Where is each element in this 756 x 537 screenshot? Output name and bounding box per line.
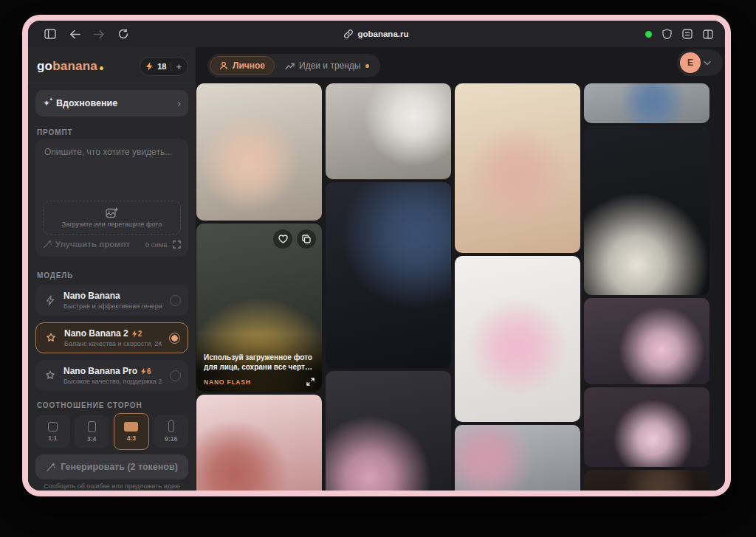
photo-couch-flowers[interactable] (196, 83, 322, 221)
photo-dark-bedroom[interactable] (584, 470, 709, 491)
link-icon (344, 30, 353, 38)
prompt-footer: Улучшить промпт 0 симв. (43, 238, 181, 251)
bolt-icon (132, 330, 137, 337)
improve-prompt-button[interactable]: Улучшить промпт (43, 240, 130, 249)
model-option-nano-banana-2[interactable]: Nano Banana 2 2 Баланс качества и скорос… (35, 322, 188, 353)
generate-label: Генерировать (2 токенов) (61, 462, 178, 472)
inspiration-button[interactable]: ✦✦ Вдохновение › (35, 90, 188, 117)
logo-part-2: banana (52, 59, 97, 74)
browser-toolbar: gobanana.ru (28, 21, 725, 47)
model-section-label: МОДЕЛЬ (37, 271, 73, 280)
model-radio[interactable] (170, 295, 181, 306)
model-name: Nano Banana Pro (63, 366, 137, 376)
photo-flower-shop[interactable]: Используй загруженное фото для лица, сох… (196, 224, 322, 392)
new-badge-dot (365, 64, 369, 68)
ratio-label: 3:4 (87, 435, 96, 443)
photo-denim-walk[interactable] (584, 83, 709, 123)
heart-icon (278, 235, 288, 243)
aspect-option-9-16[interactable]: 9:16 (154, 415, 188, 448)
ratio-label: 1:1 (48, 434, 57, 442)
model-option-nano-banana[interactable]: Nano Banana Быстрая и эффективная генера… (35, 285, 188, 316)
status-dot (645, 31, 652, 38)
upload-dropzone[interactable]: Загрузите или перетащите фото (43, 201, 181, 235)
photo-dark-mirror-selfie[interactable] (326, 182, 451, 368)
main-content: Личное Идеи и тренды E Используй загруже… (196, 47, 725, 491)
aspect-section-label: СООТНОШЕНИЕ СТОРОН (37, 401, 142, 409)
extensions-icon[interactable] (682, 29, 693, 39)
address-bar[interactable]: gobanana.ru (28, 30, 725, 38)
token-divider (171, 62, 171, 71)
token-count: 18 (157, 62, 166, 71)
model-text: Nano Banana Быстрая и эффективная генера… (63, 291, 162, 310)
upload-label: Загрузите или перетащите фото (62, 221, 162, 228)
model-radio[interactable] (170, 370, 181, 381)
ratio-glyph-square (48, 422, 58, 432)
prompt-card: Опишите, что хотите увидеть... Загрузите… (35, 139, 188, 257)
photo-peony-face[interactable] (584, 387, 709, 467)
tab-personal[interactable]: Личное (210, 56, 275, 75)
model-option-nano-banana-pro[interactable]: Nano Banana Pro 6 Высокое качество, подд… (35, 360, 188, 391)
reload-icon[interactable] (118, 29, 128, 39)
photo-pink-robe-bed[interactable] (584, 298, 709, 384)
model-cost-badge: 6 (141, 367, 151, 375)
photo-tulip-portrait[interactable] (196, 395, 322, 491)
model-cost-badge: 2 (132, 330, 142, 338)
tab-label: Личное (233, 60, 265, 71)
sidebar-toggle-icon[interactable] (44, 29, 56, 39)
browser-window: gobanana.ru (28, 21, 725, 491)
photo-peony-bouquet[interactable] (455, 256, 580, 422)
prompt-input[interactable]: Опишите, что хотите увидеть... (35, 139, 188, 157)
sidebar-divider (28, 83, 196, 83)
logo[interactable]: gobanana (37, 59, 103, 74)
logo-part-1: go (37, 59, 52, 74)
expand-arrows-icon (306, 378, 315, 386)
token-balance[interactable]: 18 + (140, 57, 188, 76)
model-radio-selected[interactable] (169, 333, 180, 344)
forward-icon[interactable] (94, 30, 105, 39)
chevron-right-icon: › (177, 97, 181, 109)
prompt-section-label: ПРОМПТ (37, 128, 73, 136)
expand-icon[interactable] (173, 240, 181, 249)
expand-card-button[interactable] (306, 378, 315, 386)
wand-icon (46, 462, 55, 472)
photo-pink-dress-mirror[interactable] (455, 83, 580, 253)
photo-elevator-roses[interactable] (455, 425, 580, 491)
model-name: Nano Banana (63, 291, 120, 301)
shield-icon[interactable] (662, 29, 672, 39)
toolbar-right-group (645, 29, 725, 39)
char-count: 0 симв. (145, 240, 169, 249)
aspect-option-4-3[interactable]: 4:3 (114, 413, 150, 450)
model-text: Nano Banana Pro 6 Высокое качество, подд… (63, 366, 162, 385)
split-view-icon[interactable] (703, 30, 713, 39)
lightning-icon (44, 295, 56, 305)
tabs: Личное Идеи и тренды (207, 54, 380, 77)
like-button[interactable] (273, 229, 292, 249)
aspect-option-1-1[interactable]: 1:1 (35, 415, 70, 448)
feedback-link[interactable]: Сообщить об ошибке или предложить идею (28, 482, 196, 490)
logo-dot (100, 66, 103, 70)
ratio-glyph-tall (168, 420, 174, 432)
photo-couple-roses[interactable] (584, 126, 709, 295)
ratio-glyph-landscape (124, 422, 138, 432)
copy-icon (302, 235, 311, 243)
avatar: E (680, 52, 701, 73)
trending-up-icon (285, 62, 295, 70)
star-icon (44, 370, 56, 381)
person-icon (219, 61, 228, 70)
back-icon[interactable] (69, 30, 80, 39)
ratio-glyph-portrait (88, 421, 96, 432)
aspect-option-3-4[interactable]: 3:4 (75, 415, 109, 448)
generate-button[interactable]: Генерировать (2 токенов) (35, 454, 188, 479)
photo-white-top-tulips[interactable] (326, 371, 451, 491)
sparkles-icon: ✦✦ (43, 99, 50, 108)
add-tokens-button[interactable]: + (176, 62, 182, 72)
photo-sitting-sneakers[interactable] (326, 83, 451, 179)
ratio-label: 4:3 (127, 434, 136, 442)
account-menu[interactable]: E (677, 49, 723, 76)
copy-prompt-button[interactable] (297, 229, 316, 249)
model-tag: NANO FLASH (204, 378, 251, 386)
image-plus-icon (106, 207, 118, 218)
star-icon (45, 333, 57, 343)
bolt-icon (141, 368, 146, 375)
tab-ideas-trends[interactable]: Идеи и тренды (276, 56, 377, 75)
